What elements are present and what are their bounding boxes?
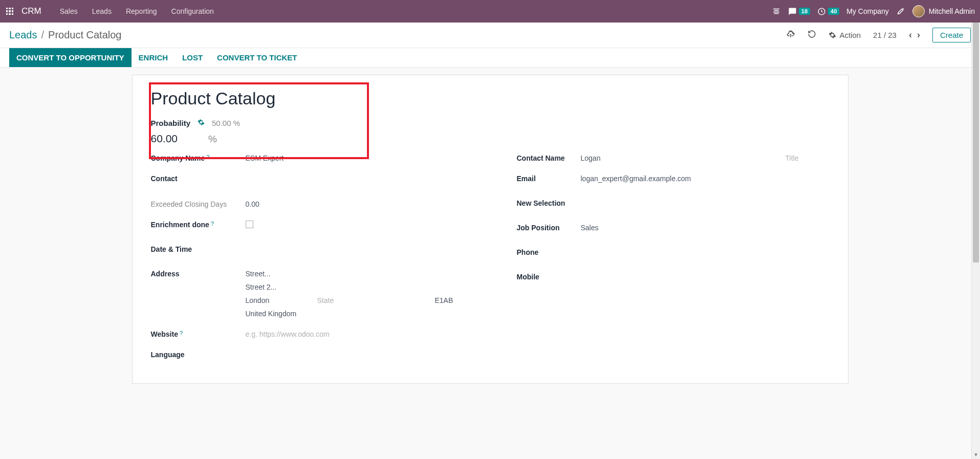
avatar: [912, 5, 925, 17]
create-button[interactable]: Create: [932, 28, 971, 42]
nav-leads[interactable]: Leads: [85, 0, 119, 23]
country-field[interactable]: United Kingdom: [246, 310, 496, 318]
control-bar: Leads / Product Catalog Action 21 / 23 ‹…: [0, 23, 980, 48]
zip-field[interactable]: E1AB: [435, 296, 496, 304]
breadcrumb-separator: /: [41, 29, 45, 41]
convert-to-opportunity-button[interactable]: CONVERT TO OPPORTUNITY: [9, 48, 132, 67]
tools-icon[interactable]: [896, 7, 905, 16]
probability-value-row: 60.00 %: [151, 133, 830, 145]
action-label: Action: [839, 31, 861, 39]
nav-reporting[interactable]: Reporting: [119, 0, 164, 23]
company-name-label: Company Name?: [151, 154, 246, 162]
street-field[interactable]: Street...: [246, 270, 496, 278]
messages-badge: 18: [799, 8, 810, 15]
exceeded-closing-days-field: 0.00: [246, 200, 496, 208]
gear-icon[interactable]: [198, 119, 205, 127]
scroll-thumb[interactable]: [973, 23, 979, 263]
activities-badge: 40: [828, 8, 839, 15]
control-right: Action 21 / 23 ‹ › Create: [786, 28, 971, 42]
enrichment-done-label: Enrichment done?: [151, 221, 246, 229]
state-field[interactable]: State: [317, 296, 379, 304]
contact-label: Contact: [151, 174, 246, 183]
lost-button[interactable]: LOST: [175, 48, 210, 67]
probability-label-row: Probability 50.00 %: [151, 119, 830, 127]
datetime-label: Date & Time: [151, 245, 246, 253]
address-block: Street... Street 2... London State E1AB …: [246, 270, 496, 323]
website-label: Website?: [151, 330, 246, 338]
contact-name-field[interactable]: Logan: [581, 154, 601, 162]
probability-unit: %: [208, 134, 217, 145]
nav-configuration[interactable]: Configuration: [164, 0, 221, 23]
email-label: Email: [517, 174, 581, 183]
probability-input[interactable]: 60.00: [151, 133, 178, 145]
enrich-button[interactable]: ENRICH: [132, 48, 176, 67]
enrichment-done-checkbox[interactable]: [246, 221, 496, 230]
nav-right: 18 40 My Company Mitchell Admin: [772, 5, 975, 17]
apps-icon[interactable]: [5, 7, 14, 16]
breadcrumb-parent[interactable]: Leads: [9, 29, 37, 41]
pager[interactable]: 21 / 23: [873, 31, 897, 39]
action-dropdown[interactable]: Action: [829, 31, 861, 39]
street2-field[interactable]: Street 2...: [246, 283, 496, 291]
form-left-column: Company Name? ESM Expert Contact Exceede…: [151, 154, 496, 364]
nav-left: CRM Sales Leads Reporting Configuration: [5, 0, 221, 23]
main-content: Product Catalog Probability 50.00 % 60.0…: [0, 68, 980, 384]
user-name: Mitchell Admin: [929, 7, 975, 15]
pager-next[interactable]: ›: [917, 30, 920, 40]
scrollbar[interactable]: ▲ ▼: [971, 23, 980, 384]
company-switcher[interactable]: My Company: [846, 7, 888, 15]
email-field[interactable]: logan_expert@gmail.example.com: [581, 174, 830, 183]
language-label: Language: [151, 351, 246, 359]
mobile-label: Mobile: [517, 273, 581, 281]
website-field[interactable]: e.g. https://www.odoo.com: [246, 330, 496, 338]
form-columns: Company Name? ESM Expert Contact Exceede…: [151, 154, 830, 364]
address-label: Address: [151, 270, 246, 278]
company-name-field[interactable]: ESM Expert: [246, 154, 496, 162]
convert-to-ticket-button[interactable]: CONVERT TO TICKET: [210, 48, 304, 67]
messages-icon[interactable]: 18: [788, 7, 810, 16]
cloud-upload-icon[interactable]: [786, 30, 795, 41]
app-brand[interactable]: CRM: [21, 6, 41, 16]
nav-sales[interactable]: Sales: [53, 0, 85, 23]
job-position-label: Job Position: [517, 224, 581, 232]
new-selection-label: New Selection: [517, 199, 581, 207]
discard-icon[interactable]: [808, 30, 816, 40]
probability-auto: 50.00 %: [212, 119, 240, 127]
probability-label: Probability: [151, 119, 191, 127]
contact-name-label: Contact Name: [517, 154, 581, 162]
form-right-column: Contact Name Logan Title Email logan_exp…: [517, 154, 830, 364]
top-navbar: CRM Sales Leads Reporting Configuration …: [0, 0, 980, 23]
activities-icon[interactable]: 40: [817, 7, 839, 16]
phone-icon[interactable]: [772, 7, 781, 16]
pager-prev[interactable]: ‹: [909, 30, 912, 40]
lead-title[interactable]: Product Catalog: [151, 89, 830, 108]
city-field[interactable]: London: [246, 296, 307, 304]
exceeded-closing-days-label: Exceeded Closing Days: [151, 200, 246, 208]
status-bar: CONVERT TO OPPORTUNITY ENRICH LOST CONVE…: [0, 48, 980, 68]
phone-label: Phone: [517, 248, 581, 256]
breadcrumb-current: Product Catalog: [48, 29, 121, 41]
contact-title-field[interactable]: Title: [786, 154, 799, 162]
user-menu[interactable]: Mitchell Admin: [912, 5, 975, 17]
form-sheet: Product Catalog Probability 50.00 % 60.0…: [132, 75, 848, 384]
breadcrumb: Leads / Product Catalog: [9, 29, 121, 41]
pager-nav: ‹ ›: [909, 30, 920, 40]
job-position-field[interactable]: Sales: [581, 224, 830, 232]
